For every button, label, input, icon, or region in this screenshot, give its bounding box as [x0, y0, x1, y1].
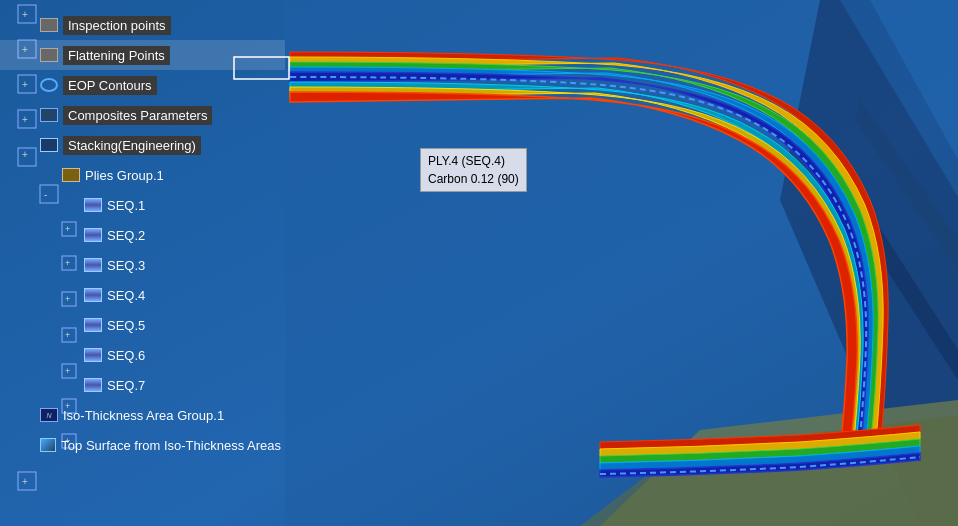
- inspection-points-icon: [40, 18, 58, 32]
- seq2-label: SEQ.2: [107, 228, 145, 243]
- tree-item-flattening-points[interactable]: Flattening Points: [0, 40, 285, 70]
- iso-thickness-icon: N: [40, 408, 58, 422]
- tree-item-inspection-points[interactable]: Inspection points: [0, 10, 285, 40]
- tree-panel: Inspection points Flattening Points EOP …: [0, 0, 285, 526]
- seq3-icon: [84, 258, 102, 272]
- seq6-icon: [84, 348, 102, 362]
- composites-parameters-label: Composites Parameters: [63, 106, 212, 125]
- tree-item-seq7[interactable]: SEQ.7: [0, 370, 285, 400]
- tree-item-seq3[interactable]: SEQ.3: [0, 250, 285, 280]
- plies-group-folder-icon: [62, 168, 80, 182]
- seq7-icon: [84, 378, 102, 392]
- tree-item-seq2[interactable]: SEQ.2: [0, 220, 285, 250]
- iso-thickness-label: Iso-Thickness Area Group.1: [63, 408, 224, 423]
- tree-item-eop-contours[interactable]: EOP Contours: [0, 70, 285, 100]
- tooltip-line2: Carbon 0.12 (90): [428, 170, 519, 188]
- plies-group-label: Plies Group.1: [85, 168, 164, 183]
- stacking-label: Stacking(Engineering): [63, 136, 201, 155]
- seq6-label: SEQ.6: [107, 348, 145, 363]
- tree-item-top-surface[interactable]: Top Surface from Iso-Thickness Areas: [0, 430, 285, 460]
- tree-item-composites-parameters[interactable]: Composites Parameters: [0, 100, 285, 130]
- seq5-label: SEQ.5: [107, 318, 145, 333]
- seq4-icon: [84, 288, 102, 302]
- ply-tooltip: PLY.4 (SEQ.4) Carbon 0.12 (90): [420, 148, 527, 192]
- seq3-label: SEQ.3: [107, 258, 145, 273]
- tooltip-line1: PLY.4 (SEQ.4): [428, 152, 519, 170]
- seq2-icon: [84, 228, 102, 242]
- top-surface-icon: [40, 438, 56, 452]
- tree-item-seq4[interactable]: SEQ.4: [0, 280, 285, 310]
- seq5-icon: [84, 318, 102, 332]
- tree-item-iso-thickness[interactable]: N Iso-Thickness Area Group.1: [0, 400, 285, 430]
- composites-parameters-icon: [40, 108, 58, 122]
- tree-item-plies-group[interactable]: Plies Group.1: [0, 160, 285, 190]
- tree-item-stacking-engineering[interactable]: Stacking(Engineering): [0, 130, 285, 160]
- seq1-icon: [84, 198, 102, 212]
- eop-contours-icon: [40, 78, 58, 92]
- seq4-label: SEQ.4: [107, 288, 145, 303]
- tree-item-seq1[interactable]: SEQ.1: [0, 190, 285, 220]
- seq1-label: SEQ.1: [107, 198, 145, 213]
- flattening-points-icon: [40, 48, 58, 62]
- seq7-label: SEQ.7: [107, 378, 145, 393]
- tree-item-seq5[interactable]: SEQ.5: [0, 310, 285, 340]
- top-surface-label: Top Surface from Iso-Thickness Areas: [61, 438, 281, 453]
- flattening-points-label: Flattening Points: [63, 46, 170, 65]
- tree-item-seq6[interactable]: SEQ.6: [0, 340, 285, 370]
- eop-contours-label: EOP Contours: [63, 76, 157, 95]
- stacking-icon: [40, 138, 58, 152]
- inspection-points-label: Inspection points: [63, 16, 171, 35]
